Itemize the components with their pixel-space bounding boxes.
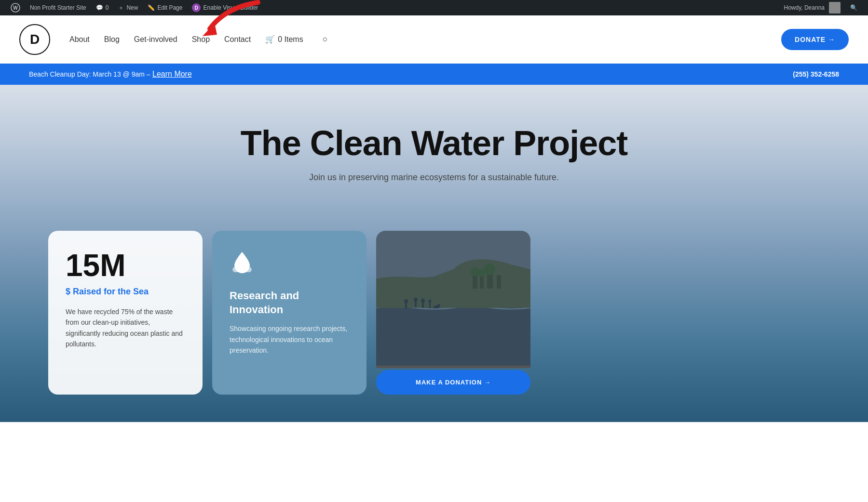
site-logo[interactable]: D (19, 24, 50, 55)
divi-logo: D (192, 3, 201, 12)
banner-phone: (255) 352-6258 (793, 70, 839, 78)
nav-search-icon[interactable]: ○ (323, 34, 328, 44)
nav-contact[interactable]: Contact (224, 35, 251, 44)
cart-icon: 🛒 (265, 35, 275, 44)
banner-text: Beach Cleanup Day: March 13 @ 9am – (29, 70, 150, 78)
cards-row: 15M $ Raised for the Sea We have recycle… (0, 231, 868, 395)
comment-icon: 💬 (96, 4, 103, 11)
enable-visual-builder-label: Enable Visual Builder (203, 4, 258, 11)
card-image-bg (376, 231, 530, 368)
hero-subtitle: Join us in preserving marine ecosystems … (309, 172, 559, 183)
learn-more-link[interactable]: Learn More (152, 70, 192, 78)
avatar (829, 2, 841, 13)
comment-count: 0 (106, 4, 109, 11)
admin-bar-right: Howdy, Deanna 🔍 (779, 0, 863, 15)
wp-logo-item[interactable]: W (6, 0, 25, 15)
cart-count: 0 Items (278, 35, 303, 44)
card-desc: We have recycled 75% of the waste from o… (66, 306, 185, 350)
svg-text:W: W (13, 5, 18, 11)
plus-icon: ＋ (118, 4, 124, 12)
card-research-body: Showcasing ongoing research projects, te… (230, 323, 349, 356)
card-research: Research and Innovation Showcasing ongoi… (212, 231, 366, 395)
new-item[interactable]: ＋ New (113, 0, 143, 15)
logo-letter: D (30, 32, 40, 47)
nav-about[interactable]: About (69, 35, 90, 44)
banner-text-container: Beach Cleanup Day: March 13 @ 9am – Lear… (29, 70, 192, 79)
card-raised: 15M $ Raised for the Sea We have recycle… (48, 231, 203, 395)
card-donate: MAKE A DONATION → (376, 231, 530, 395)
edit-page-item[interactable]: ✏️ Edit Page (143, 0, 187, 15)
hero-title: The Clean Water Project (241, 123, 628, 163)
svg-rect-22 (376, 231, 530, 366)
card-stat-label: $ Raised for the Sea (66, 287, 185, 297)
comments-item[interactable]: 💬 0 (91, 0, 114, 15)
enable-visual-builder-item[interactable]: D Enable Visual Builder (187, 0, 263, 15)
site-name: Non Profit Starter Site (30, 4, 86, 11)
nav-cart[interactable]: 🛒 0 Items (265, 35, 303, 44)
edit-page-label: Edit Page (157, 4, 182, 11)
donate-button[interactable]: DONATE → (781, 29, 849, 50)
water-drop-icon (230, 250, 349, 279)
card-research-title: Research and Innovation (230, 289, 349, 317)
make-donation-label: MAKE A DONATION → (416, 379, 491, 386)
admin-bar: W Non Profit Starter Site 💬 0 ＋ New ✏️ E… (0, 0, 868, 15)
make-donation-button[interactable]: MAKE A DONATION → (376, 370, 530, 395)
nav-blog[interactable]: Blog (104, 35, 120, 44)
nav-shop[interactable]: Shop (192, 35, 210, 44)
nav-get-involved[interactable]: Get-involved (134, 35, 177, 44)
howdy-item[interactable]: Howdy, Deanna (779, 0, 846, 15)
search-admin-icon: 🔍 (850, 4, 857, 11)
wordpress-icon: W (11, 3, 20, 13)
hero-section: The Clean Water Project Join us in prese… (0, 85, 868, 422)
search-admin-item[interactable]: 🔍 (845, 0, 862, 15)
site-name-item[interactable]: Non Profit Starter Site (25, 0, 91, 15)
new-label: New (126, 4, 138, 11)
edit-icon: ✏️ (148, 4, 155, 11)
card-stat-number: 15M (66, 250, 185, 281)
donate-label: DONATE → (795, 36, 835, 43)
nav-bar: D About Blog Get-involved Shop Contact 🛒… (0, 15, 868, 64)
blue-banner: Beach Cleanup Day: March 13 @ 9am – Lear… (0, 64, 868, 85)
howdy-text: Howdy, Deanna (784, 4, 825, 11)
nav-links: About Blog Get-involved Shop Contact 🛒 0… (69, 34, 781, 44)
